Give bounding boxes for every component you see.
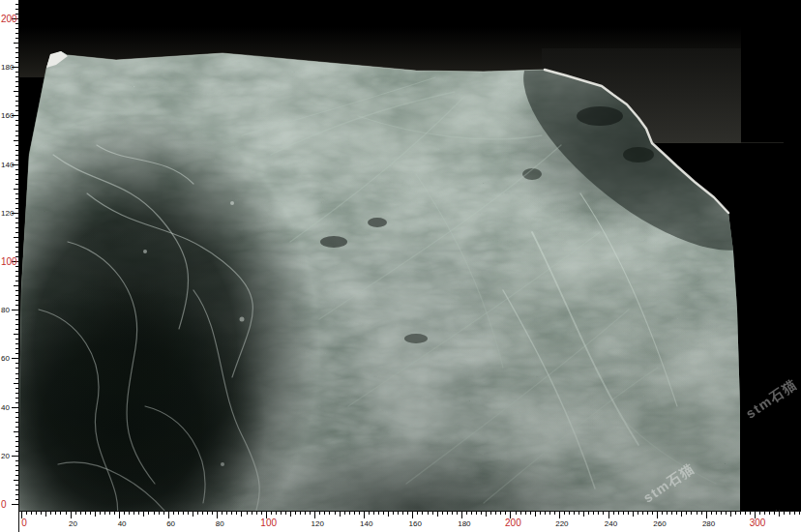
ruler-tick bbox=[340, 512, 341, 517]
ruler-tick bbox=[15, 38, 18, 39]
ruler-tick bbox=[247, 512, 248, 515]
ruler-tick bbox=[706, 512, 707, 518]
ruler-tick bbox=[15, 343, 18, 344]
ruler-tick bbox=[398, 512, 399, 515]
ruler-tick bbox=[721, 512, 722, 515]
ruler-tick bbox=[686, 512, 687, 515]
ruler-tick bbox=[402, 512, 403, 515]
v-ruler-label-60: 60 bbox=[1, 354, 10, 363]
ruler-tick bbox=[290, 512, 291, 517]
ruler-tick bbox=[373, 512, 374, 515]
ruler-tick bbox=[15, 86, 18, 87]
ruler-tick bbox=[276, 512, 277, 515]
ruler-tick bbox=[75, 512, 76, 515]
ruler-tick bbox=[295, 512, 296, 515]
ruler-tick bbox=[457, 512, 458, 515]
h-ruler-label-240: 240 bbox=[605, 519, 617, 529]
ruler-tick bbox=[428, 512, 429, 515]
ruler-tick bbox=[476, 512, 477, 515]
ruler-tick bbox=[15, 179, 18, 180]
ruler-tick bbox=[15, 329, 18, 330]
ruler-tick bbox=[569, 512, 570, 515]
ruler-tick bbox=[154, 512, 155, 515]
ruler-tick bbox=[647, 512, 648, 515]
ruler-tick bbox=[500, 512, 501, 515]
ruler-tick bbox=[794, 512, 795, 515]
ruler-tick bbox=[15, 324, 18, 325]
h-ruler-label-180: 180 bbox=[458, 519, 470, 529]
ruler-tick bbox=[15, 72, 18, 73]
ruler-tick bbox=[15, 485, 18, 486]
ruler-tick bbox=[71, 512, 72, 518]
ruler-tick bbox=[15, 247, 18, 248]
ruler-tick bbox=[750, 512, 751, 515]
ruler-tick bbox=[15, 290, 18, 291]
v-ruler-label-80: 80 bbox=[1, 306, 10, 314]
ruler-tick bbox=[15, 193, 18, 194]
ruler-tick bbox=[15, 57, 18, 58]
ruler-tick bbox=[285, 512, 286, 515]
ruler-tick bbox=[256, 512, 257, 515]
h-ruler-label-80: 80 bbox=[216, 519, 224, 529]
ruler-tick bbox=[26, 512, 27, 515]
ruler-tick bbox=[60, 512, 61, 515]
ruler-tick bbox=[667, 512, 668, 515]
ruler-tick bbox=[638, 512, 638, 515]
h-ruler-label-100: 100 bbox=[260, 518, 277, 528]
ruler-tick bbox=[15, 494, 18, 495]
ruler-tick bbox=[554, 512, 555, 515]
ruler-tick bbox=[495, 512, 496, 515]
ruler-tick bbox=[12, 310, 18, 310]
v-ruler-label-140: 140 bbox=[1, 160, 14, 168]
ruler-tick bbox=[613, 512, 614, 515]
ruler-tick bbox=[15, 198, 18, 199]
ruler-tick bbox=[716, 512, 717, 515]
h-ruler-label-300: 300 bbox=[750, 518, 766, 528]
ruler-tick bbox=[15, 155, 18, 156]
ruler-tick bbox=[104, 512, 105, 515]
ruler-tick bbox=[369, 512, 370, 515]
h-ruler-label-220: 220 bbox=[555, 519, 568, 529]
ruler-tick bbox=[759, 512, 760, 515]
ruler-tick bbox=[15, 373, 18, 374]
ruler-tick bbox=[271, 512, 272, 515]
ruler-tick bbox=[14, 480, 18, 481]
ruler-tick bbox=[329, 512, 330, 515]
ruler-tick bbox=[85, 512, 86, 515]
ruler-tick bbox=[608, 512, 609, 518]
ruler-tick bbox=[642, 512, 643, 515]
ruler-tick bbox=[764, 512, 765, 515]
ruler-tick bbox=[15, 232, 18, 233]
ruler-tick bbox=[691, 512, 692, 515]
ruler-tick bbox=[432, 512, 433, 515]
h-ruler-label-20: 20 bbox=[69, 519, 77, 529]
ruler-tick bbox=[15, 169, 18, 170]
ruler-tick bbox=[422, 512, 423, 515]
ruler-tick bbox=[657, 512, 658, 518]
ruler-tick bbox=[15, 227, 18, 228]
ruler-tick bbox=[222, 512, 222, 515]
ruler-tick bbox=[15, 96, 18, 97]
ruler-tick bbox=[14, 91, 18, 92]
ruler-tick bbox=[15, 276, 18, 277]
h-ruler-label-40: 40 bbox=[118, 519, 127, 529]
ruler-tick bbox=[15, 363, 18, 364]
ruler-tick bbox=[15, 319, 18, 320]
ruler-tick bbox=[14, 189, 18, 190]
ruler-tick bbox=[212, 512, 213, 515]
ruler-tick bbox=[281, 512, 282, 515]
ruler-tick bbox=[12, 407, 18, 408]
ruler-tick bbox=[15, 184, 18, 185]
ruler-tick bbox=[417, 512, 418, 515]
ruler-tick bbox=[15, 368, 18, 369]
ruler-tick bbox=[789, 512, 790, 515]
ruler-tick bbox=[378, 512, 379, 515]
ruler-tick bbox=[15, 222, 18, 223]
ruler-tick bbox=[236, 512, 237, 515]
ruler-tick bbox=[183, 512, 184, 515]
ruler-tick bbox=[15, 120, 18, 121]
ruler-tick bbox=[15, 412, 18, 413]
ruler-tick bbox=[784, 512, 785, 515]
ruler-tick bbox=[261, 512, 262, 515]
v-ruler-label-120: 120 bbox=[1, 208, 14, 217]
